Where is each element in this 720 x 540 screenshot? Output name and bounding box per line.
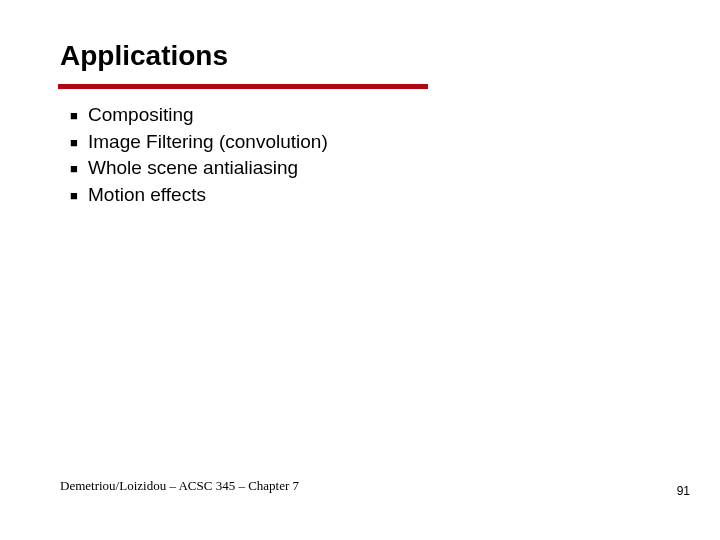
bullet-icon: ■ [70,107,88,125]
bullet-icon: ■ [70,187,88,205]
list-item: ■ Compositing [70,102,328,128]
list-item: ■ Motion effects [70,182,328,208]
list-item-label: Image Filtering (convolution) [88,129,328,155]
slide: Applications ■ Compositing ■ Image Filte… [0,0,720,540]
list-item-label: Compositing [88,102,194,128]
bullet-list: ■ Compositing ■ Image Filtering (convolu… [70,102,328,209]
list-item-label: Motion effects [88,182,206,208]
footer-credit: Demetriou/Loizidou – ACSC 345 – Chapter … [60,478,299,494]
bullet-icon: ■ [70,160,88,178]
page-number: 91 [677,484,690,498]
list-item-label: Whole scene antialiasing [88,155,298,181]
title-underline [58,84,428,89]
list-item: ■ Whole scene antialiasing [70,155,328,181]
bullet-icon: ■ [70,134,88,152]
slide-title: Applications [60,40,228,72]
list-item: ■ Image Filtering (convolution) [70,129,328,155]
